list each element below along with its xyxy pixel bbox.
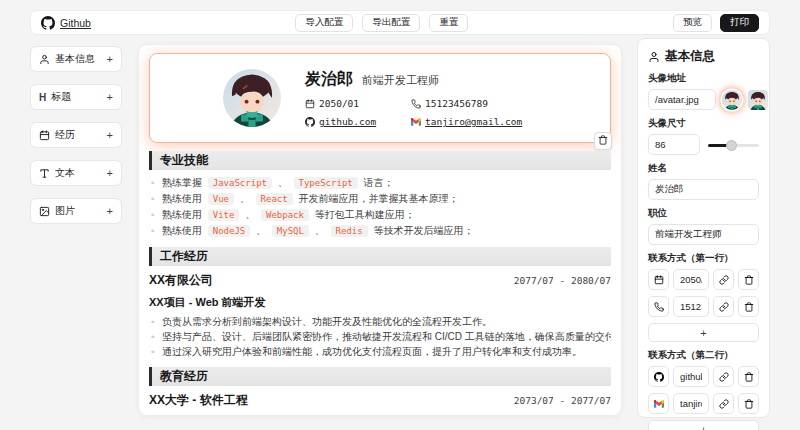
github-repo-link[interactable]: Github	[41, 16, 91, 30]
contact-delete-button[interactable]	[738, 366, 759, 387]
image-icon	[39, 206, 50, 217]
avatar-url-label: 头像地址	[648, 72, 759, 85]
add-contact-row2-button[interactable]: +	[648, 420, 759, 430]
link-icon	[719, 372, 729, 382]
code-chip: Vue	[208, 193, 234, 205]
work-company: XX有限公司	[149, 272, 213, 289]
sidebar-item-标题[interactable]: H 标题 +	[30, 84, 122, 110]
contact-link-button[interactable]	[713, 296, 734, 317]
resume-job-title: 前端开发工程师	[362, 73, 439, 88]
sidebar-item-基本信息[interactable]: 基本信息 +	[30, 46, 122, 72]
avatar-size-slider[interactable]	[708, 139, 759, 151]
avatar-size-input[interactable]	[648, 134, 700, 155]
plus-icon: +	[107, 91, 113, 103]
sidebar-item-label: 文本	[55, 166, 102, 180]
contact-link-button[interactable]	[713, 393, 734, 414]
resume-contact-item[interactable]: github.com	[305, 116, 405, 127]
import-config-button[interactable]: 导入配置	[295, 14, 353, 32]
work-bullet: 坚持与产品、设计、后端团队紧密协作，推动敏捷开发流程和 CI/CD 工具链的落地…	[149, 329, 611, 344]
contact-rows-1	[648, 269, 759, 317]
code-chip: React	[256, 193, 293, 205]
preview-button[interactable]: 预览	[673, 14, 712, 32]
avatar-option-square[interactable]	[748, 90, 768, 110]
resume-name: 炭治郎	[305, 69, 353, 90]
contact-value-input[interactable]	[673, 366, 709, 387]
work-period: 2077/07 - 2080/07	[514, 275, 611, 286]
gmail-icon	[411, 117, 421, 127]
resume-avatar	[223, 69, 281, 127]
section-header-skills[interactable]: 专业技能	[149, 151, 611, 170]
name-input[interactable]	[648, 179, 759, 200]
contact-value-input[interactable]	[673, 393, 709, 414]
calendar-icon	[39, 130, 50, 141]
contact-link-button[interactable]	[713, 269, 734, 290]
add-contact-row1-button[interactable]: +	[648, 323, 759, 342]
link-icon	[719, 275, 729, 285]
education-school: XX大学 - 软件工程	[149, 392, 248, 409]
plus-icon: +	[107, 129, 113, 141]
name-label: 姓名	[648, 162, 759, 175]
delete-section-button[interactable]	[594, 132, 612, 150]
resume-basic-info-block[interactable]: 炭治郎 前端开发工程师 2050/01 15123456789 github.c…	[149, 53, 611, 143]
code-chip: Webpack	[261, 209, 309, 221]
sidebar-item-经历[interactable]: 经历 +	[30, 122, 122, 148]
contact-delete-button[interactable]	[738, 296, 759, 317]
github-icon	[305, 117, 315, 127]
contact-delete-button[interactable]	[738, 269, 759, 290]
work-bullet: 负责从需求分析到前端架构设计、功能开发及性能优化的全流程开发工作。	[149, 314, 611, 329]
code-chip: MySQL	[272, 225, 309, 237]
config-actions: 导入配置 导出配置 重置	[91, 14, 673, 32]
sidebar-item-图片[interactable]: 图片 +	[30, 198, 122, 224]
avatar-option-round[interactable]	[722, 90, 742, 110]
code-chip: JavaScript	[208, 177, 272, 189]
contact-link-button[interactable]	[713, 366, 734, 387]
brand-label: Github	[60, 17, 91, 29]
trash-icon	[744, 372, 754, 382]
work-bullet: 通过深入研究用户体验和前端性能，成功优化支付流程页面，提升了用户转化率和支付成功…	[149, 344, 611, 359]
contact-icon-button[interactable]	[648, 366, 669, 387]
sidebar-item-label: 经历	[55, 128, 102, 142]
trash-icon	[744, 302, 754, 312]
section-header-education[interactable]: 教育经历	[149, 367, 611, 386]
contact1-row	[648, 296, 759, 317]
contact-icon-button[interactable]	[648, 393, 669, 414]
contact-row2-label: 联系方式（第二行）	[648, 349, 759, 362]
contact-delete-button[interactable]	[738, 393, 759, 414]
code-chip: NodeJS	[208, 225, 251, 237]
user-icon	[39, 54, 50, 65]
section-header-work[interactable]: 工作经历	[149, 247, 611, 266]
trash-icon	[598, 135, 608, 147]
sidebar-item-label: 图片	[55, 204, 102, 218]
sidebar-item-label: 基本信息	[55, 52, 102, 66]
resume-contact-item: 15123456789	[411, 98, 537, 109]
resume-canvas: 炭治郎 前端开发工程师 2050/01 15123456789 github.c…	[138, 44, 622, 416]
job-label: 职位	[648, 207, 759, 220]
link-icon	[719, 399, 729, 409]
contact2-row	[648, 366, 759, 387]
avatar-url-input[interactable]	[648, 89, 716, 110]
user-icon	[648, 51, 660, 63]
resume-contact-item[interactable]: tanjiro@gmail.com	[411, 116, 537, 127]
work-project-title: XX项目 - Web 前端开发	[149, 295, 611, 310]
calendar-icon	[654, 275, 664, 285]
plus-icon: +	[107, 205, 113, 217]
contact-icon-button[interactable]	[648, 269, 669, 290]
print-button[interactable]: 打印	[720, 14, 759, 32]
component-sidebar: 基本信息 + H 标题 + 经历 + 文本 + 图片 +	[30, 46, 122, 236]
contact-value-input[interactable]	[673, 269, 709, 290]
avatar-size-label: 头像尺寸	[648, 117, 759, 130]
work-bullet-list: 负责从需求分析到前端架构设计、功能开发及性能优化的全流程开发工作。坚持与产品、设…	[149, 314, 611, 359]
plus-icon: +	[107, 167, 113, 179]
contact-value-input[interactable]	[673, 296, 709, 317]
job-input[interactable]	[648, 224, 759, 245]
export-config-button[interactable]: 导出配置	[362, 14, 420, 32]
sidebar-item-文本[interactable]: 文本 +	[30, 160, 122, 186]
skill-bullet: 熟练使用 Vue 、 React 开发前端应用，并掌握其基本原理；	[149, 191, 611, 207]
code-chip: TypeScript	[294, 177, 358, 189]
resume-basic-info: 炭治郎 前端开发工程师 2050/01 15123456789 github.c…	[305, 69, 537, 127]
reset-button[interactable]: 重置	[429, 14, 468, 32]
github-icon	[654, 372, 664, 382]
slider-thumb[interactable]	[726, 140, 737, 151]
skill-bullet: 熟练掌握 JavaScript 、 TypeScript 语言；	[149, 175, 611, 191]
contact-icon-button[interactable]	[648, 296, 669, 317]
